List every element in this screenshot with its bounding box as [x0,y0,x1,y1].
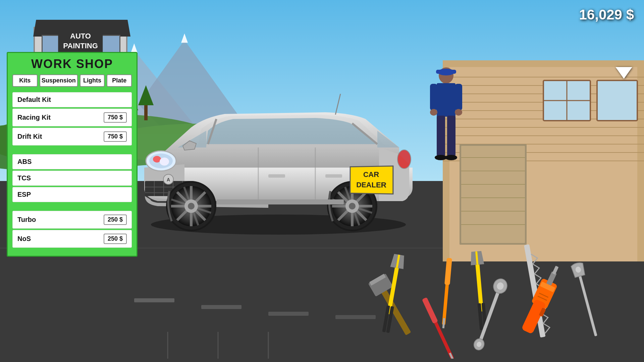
svg-rect-60 [455,84,462,111]
item-label: Racing Kit [17,114,51,121]
item-label: Turbo [17,216,36,224]
item-price: 250 $ [104,215,127,225]
svg-point-87 [397,150,411,169]
item-esp[interactable]: ESP [12,187,132,202]
item-racing-kit[interactable]: Racing Kit 750 $ [12,109,132,126]
svg-rect-21 [134,298,174,302]
money-amount: 16,029 $ [579,7,634,22]
tab-plate[interactable]: Plate [107,74,132,87]
svg-rect-143 [577,271,597,336]
item-price: 750 $ [104,131,127,142]
item-label: ABS [17,158,32,166]
car-dealer-plate: CAR DEALER [350,166,394,194]
svg-rect-42 [461,146,525,243]
person-character [429,67,463,161]
item-label: Drift Kit [17,133,42,140]
svg-rect-23 [268,312,309,316]
tab-lights[interactable]: Lights [80,74,105,87]
item-label: TCS [17,174,31,182]
svg-line-111 [335,94,340,115]
svg-rect-73 [325,174,342,178]
item-default-kit[interactable]: Default Kit [12,92,132,107]
tab-suspension[interactable]: Suspension [40,74,78,87]
item-nos[interactable]: NoS 250 $ [12,230,132,248]
svg-point-109 [349,203,356,209]
plate-line2: DEALER [356,180,386,190]
svg-rect-110 [216,199,344,204]
item-turbo[interactable]: Turbo 250 $ [12,211,132,229]
tab-kits[interactable]: Kits [12,74,38,87]
svg-rect-58 [437,83,455,117]
svg-rect-120 [422,297,438,324]
workshop-title: WORK SHOP [8,53,137,74]
tools-decoration [359,238,600,359]
item-price: 250 $ [104,234,127,244]
dropdown-arrow[interactable] [615,67,632,79]
svg-rect-59 [430,84,437,111]
svg-point-61 [430,109,437,116]
green-spacer-1 [8,147,137,153]
workshop-panel: WORK SHOP Kits Suspension Lights Plate D… [7,52,138,257]
svg-rect-22 [201,305,241,309]
svg-rect-57 [436,70,456,74]
auto-painting-line2: PAINTING [63,41,98,51]
tab-row: Kits Suspension Lights Plate [8,74,137,91]
car-display: A [117,60,436,235]
plate-line1: CAR [356,169,386,180]
money-display: 16,029 $ [579,7,634,23]
item-tcs[interactable]: TCS [12,171,132,186]
item-drift-kit[interactable]: Drift Kit 750 $ [12,128,132,145]
item-label: NoS [17,235,31,243]
svg-point-62 [455,109,462,116]
svg-rect-50 [597,80,637,121]
svg-point-65 [435,155,447,160]
item-label: ESP [17,191,31,198]
green-spacer-2 [8,203,137,209]
svg-point-77 [160,158,169,166]
svg-point-98 [188,203,195,209]
svg-rect-123 [444,258,452,285]
item-label: Default Kit [17,96,51,104]
svg-rect-64 [447,116,455,156]
svg-rect-72 [268,174,285,178]
item-abs[interactable]: ABS [12,154,132,169]
auto-painting-line1: AUTO [63,32,98,41]
svg-point-66 [445,155,457,160]
svg-rect-138 [552,266,559,275]
svg-rect-63 [437,116,445,156]
item-price: 750 $ [104,112,127,123]
svg-text:A: A [167,177,170,182]
